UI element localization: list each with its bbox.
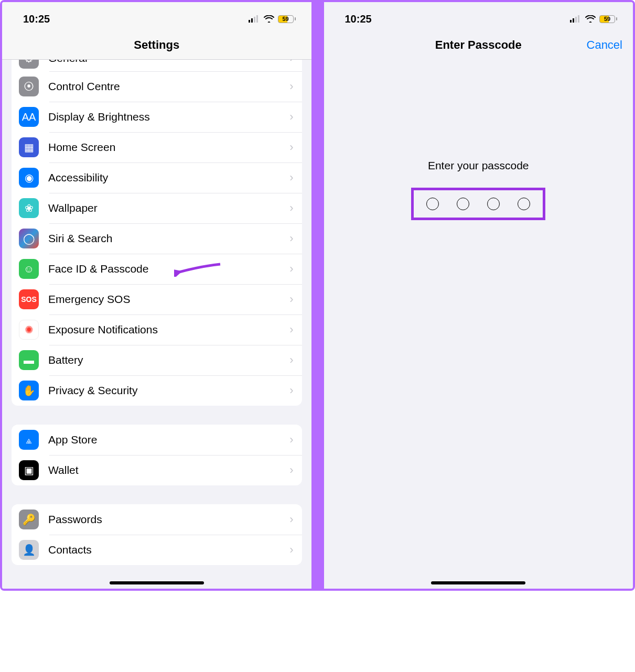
chevron-right-icon: › (289, 463, 293, 477)
status-time: 10:25 (23, 13, 50, 25)
row-label: App Store (48, 433, 289, 446)
chevron-right-icon: › (289, 384, 293, 397)
status-bar: 10:25 59 (324, 2, 633, 30)
passcode-screen: 10:25 59 Enter Passcode Cancel Enter you… (324, 2, 633, 589)
cellular-icon (249, 15, 260, 23)
wifi-icon (585, 15, 596, 23)
cancel-button[interactable]: Cancel (587, 38, 622, 52)
settings-row-wallet[interactable]: ▣ Wallet › (12, 455, 302, 485)
chevron-right-icon: › (289, 292, 293, 306)
general-icon: ⚙ (19, 60, 39, 69)
pass-icon: 🔑 (19, 510, 39, 529)
store-icon: ⟁ (19, 430, 39, 450)
settings-row-contacts[interactable]: 👤 Contacts › (12, 535, 302, 565)
siri-icon: ◯ (19, 229, 39, 248)
chevron-right-icon: › (289, 201, 293, 215)
nav-title: Enter Passcode (435, 38, 522, 52)
battery-level: 59 (282, 16, 288, 22)
svg-rect-1 (251, 18, 253, 23)
settings-list[interactable]: ⚙ General › ⦿ Control Centre › AA Displa… (2, 60, 311, 589)
svg-rect-2 (254, 17, 255, 23)
settings-row-access[interactable]: ◉ Accessibility › (12, 162, 302, 193)
face-icon: ☺ (19, 259, 39, 279)
batt-icon: ▬ (19, 350, 39, 370)
home-indicator[interactable] (110, 581, 204, 584)
battery-indicator: 59 (599, 15, 617, 23)
contacts-icon: 👤 (19, 540, 39, 560)
settings-row-wall[interactable]: ❀ Wallpaper › (12, 193, 302, 223)
nav-bar: Settings (2, 30, 311, 60)
svg-rect-6 (575, 17, 577, 23)
svg-rect-5 (573, 18, 574, 23)
settings-row-general[interactable]: ⚙ General › (12, 60, 302, 71)
passcode-dots[interactable] (426, 198, 530, 210)
settings-row-store[interactable]: ⟁ App Store › (12, 425, 302, 455)
passcode-dot (518, 198, 530, 210)
wifi-icon (264, 15, 274, 23)
row-label: Siri & Search (48, 232, 289, 245)
expo-icon: ✺ (19, 320, 39, 340)
priv-icon: ✋ (19, 381, 39, 400)
settings-row-siri[interactable]: ◯ Siri & Search › (12, 223, 302, 254)
row-label: Face ID & Passcode (48, 263, 289, 275)
row-label: Battery (48, 354, 289, 366)
access-icon: ◉ (19, 168, 39, 188)
home-indicator[interactable] (431, 581, 525, 584)
settings-row-priv[interactable]: ✋ Privacy & Security › (12, 375, 302, 406)
settings-row-sos[interactable]: SOS Emergency SOS › (12, 284, 302, 315)
wallet-icon: ▣ (19, 460, 39, 480)
chevron-right-icon: › (289, 232, 293, 245)
row-label: Wallpaper (48, 202, 289, 214)
passcode-dot (487, 198, 500, 210)
sos-icon: SOS (19, 289, 39, 309)
svg-rect-0 (249, 20, 250, 23)
chevron-right-icon: › (289, 262, 293, 276)
settings-row-pass[interactable]: 🔑 Passwords › (12, 504, 302, 535)
passcode-dot (457, 198, 469, 210)
battery-level: 59 (604, 16, 610, 22)
chevron-right-icon: › (289, 80, 293, 93)
chevron-right-icon: › (289, 543, 293, 557)
nav-title: Settings (134, 38, 179, 52)
display-icon: AA (19, 107, 39, 127)
settings-row-expo[interactable]: ✺ Exposure Notifications › (12, 315, 302, 345)
svg-rect-4 (570, 20, 572, 23)
passcode-dot (426, 198, 439, 210)
settings-group-1: ⚙ General › ⦿ Control Centre › AA Displa… (12, 60, 302, 406)
svg-rect-7 (578, 15, 579, 23)
nav-bar: Enter Passcode Cancel (324, 30, 633, 60)
chevron-right-icon: › (289, 323, 293, 337)
row-label: Control Centre (48, 80, 289, 93)
settings-row-batt[interactable]: ▬ Battery › (12, 345, 302, 375)
settings-row-face[interactable]: ☺ Face ID & Passcode › (12, 254, 302, 284)
settings-row-display[interactable]: AA Display & Brightness › (12, 102, 302, 132)
home-icon: ▦ (19, 137, 39, 157)
chevron-right-icon: › (289, 513, 293, 526)
row-label: Display & Brightness (48, 111, 289, 123)
passcode-highlight (411, 188, 545, 220)
row-label: Passwords (48, 513, 289, 526)
battery-indicator: 59 (278, 15, 296, 23)
chevron-right-icon: › (289, 171, 293, 185)
row-label: Accessibility (48, 171, 289, 184)
row-label: Privacy & Security (48, 384, 289, 397)
settings-row-control[interactable]: ⦿ Control Centre › (12, 71, 302, 102)
row-label: Home Screen (48, 141, 289, 154)
control-icon: ⦿ (19, 77, 39, 96)
row-label: Wallet (48, 464, 289, 476)
settings-screen: 10:25 59 Settings ⚙ General › ⦿ (2, 2, 311, 589)
row-label: Contacts (48, 544, 289, 556)
chevron-right-icon: › (289, 140, 293, 154)
chevron-right-icon: › (289, 433, 293, 447)
chevron-right-icon: › (289, 353, 293, 367)
screenshot-divider (311, 2, 324, 589)
settings-row-home[interactable]: ▦ Home Screen › (12, 132, 302, 162)
svg-rect-3 (256, 15, 258, 23)
status-bar: 10:25 59 (2, 2, 311, 30)
settings-group-2: ⟁ App Store › ▣ Wallet › (12, 425, 302, 485)
row-label: Exposure Notifications (48, 323, 289, 336)
chevron-right-icon: › (289, 60, 293, 65)
cellular-icon (570, 15, 582, 23)
passcode-prompt: Enter your passcode (324, 159, 633, 172)
settings-group-3: 🔑 Passwords › 👤 Contacts › (12, 504, 302, 565)
